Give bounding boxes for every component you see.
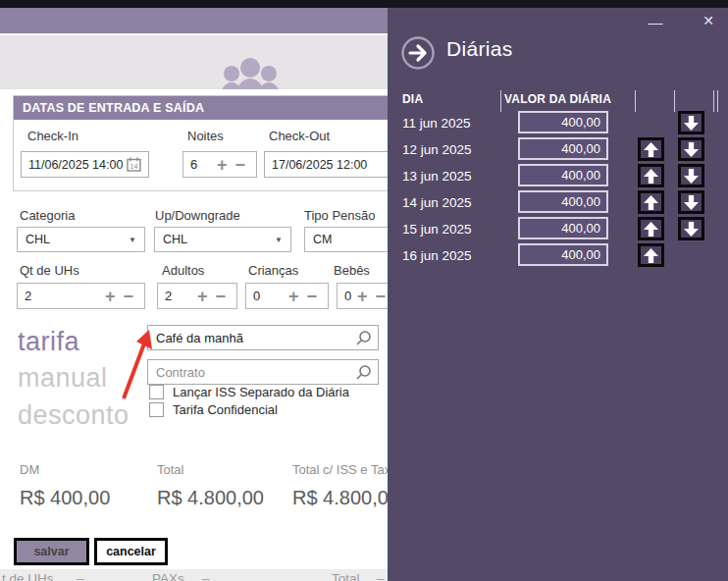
copy-up-button[interactable]: [638, 137, 664, 161]
noites-label: Noites: [187, 129, 224, 143]
copy-up-button[interactable]: [638, 190, 664, 214]
arrow-down-icon: [684, 169, 699, 184]
taskbar-strip: [0, 0, 728, 8]
arrow-up-icon: [644, 248, 658, 263]
search-icon[interactable]: [355, 330, 372, 346]
row-date: 11 jun 2025: [402, 116, 471, 131]
app-window: DATAS DE ENTRADA E SAÍDA Check-In Noites…: [0, 0, 728, 581]
dates-card-title: DATAS DE ENTRADA E SAÍDA: [14, 96, 390, 120]
diarias-panel: — ✕ Diárias DIA VALOR DA DIÁRIA 11 jun 2…: [388, 8, 728, 581]
table-row: 14 jun 2025: [388, 189, 728, 216]
tarifa-search-input[interactable]: [156, 331, 355, 345]
row-date: 13 jun 2025: [402, 169, 472, 184]
minus-icon[interactable]: −: [302, 288, 321, 305]
column-divider: [635, 90, 636, 112]
table-row: 11 jun 2025: [388, 110, 728, 136]
plus-icon[interactable]: +: [285, 288, 303, 305]
categoria-dropdown[interactable]: CHL ▼: [17, 227, 145, 252]
updowngrade-label: Up/Downgrade: [155, 208, 240, 223]
summary-footer: t de UHs – PAXs – Total –: [0, 569, 412, 581]
checkout-input[interactable]: 17/06/2025 12:00: [264, 151, 392, 178]
row-date: 16 jun 2025: [402, 248, 472, 263]
row-date: 12 jun 2025: [402, 142, 472, 157]
tipo-pensao-dropdown[interactable]: CM: [304, 227, 397, 252]
daily-rate-input[interactable]: [518, 111, 608, 133]
confidencial-checkbox-row[interactable]: Tarifa Confidencial: [149, 402, 278, 417]
copy-down-button[interactable]: [678, 217, 704, 240]
tarifa-search-field[interactable]: [147, 325, 379, 350]
table-row: 16 jun 2025: [388, 242, 728, 269]
copy-down-button[interactable]: [678, 190, 704, 214]
checkbox-unchecked-icon[interactable]: [149, 402, 164, 417]
checkout-label: Check-Out: [269, 129, 330, 143]
tariff-mode-tarifa[interactable]: tarifa: [18, 327, 79, 357]
categoria-label: Categoria: [20, 208, 75, 223]
minus-icon[interactable]: −: [119, 288, 137, 305]
bebes-label: Bebês: [334, 263, 370, 278]
daily-rate-input[interactable]: [518, 217, 608, 239]
noites-stepper[interactable]: 6 + −: [182, 151, 257, 178]
plus-icon[interactable]: +: [353, 288, 372, 305]
calendar-icon[interactable]: 14: [127, 157, 141, 172]
plus-icon[interactable]: +: [101, 288, 120, 305]
copy-down-button[interactable]: [678, 137, 704, 161]
daily-rate-input[interactable]: [518, 164, 608, 186]
criancas-label: Crianças: [248, 263, 298, 278]
tariff-mode-desconto[interactable]: desconto: [18, 400, 130, 431]
copy-up-button[interactable]: [638, 243, 664, 267]
arrow-up-icon: [644, 169, 658, 184]
updowngrade-dropdown[interactable]: CHL ▼: [154, 227, 291, 252]
criancas-stepper[interactable]: 0 + −: [245, 283, 329, 309]
search-icon[interactable]: [355, 364, 372, 381]
footer-dash: –: [377, 571, 385, 581]
iss-checkbox-row[interactable]: Lançar ISS Separado da Diária: [149, 385, 349, 399]
page-subheader-band: [0, 35, 412, 89]
contrato-search-field[interactable]: [147, 359, 379, 385]
row-date: 15 jun 2025: [402, 222, 472, 237]
contrato-search-input[interactable]: [156, 365, 355, 380]
qt-uhs-stepper[interactable]: 2 + −: [17, 283, 145, 309]
copy-up-button[interactable]: [638, 217, 664, 240]
daily-rate-input[interactable]: [518, 137, 608, 160]
arrow-up-icon: [644, 222, 658, 237]
column-divider: [500, 90, 501, 112]
copy-down-button[interactable]: [678, 164, 704, 187]
save-button[interactable]: salvar: [14, 538, 89, 565]
copy-down-button[interactable]: [678, 111, 704, 134]
footer-paxs: PAXs: [152, 571, 184, 581]
minus-icon[interactable]: −: [231, 156, 249, 174]
total-value: R$ 4.800,00: [157, 487, 264, 509]
column-divider: [713, 90, 714, 112]
arrow-down-icon: [684, 195, 699, 210]
copy-up-button[interactable]: [638, 164, 664, 187]
cancel-button[interactable]: cancelar: [94, 538, 168, 565]
daily-rate-input[interactable]: [518, 243, 608, 266]
table-row: 15 jun 2025: [388, 216, 728, 242]
dates-card: DATAS DE ENTRADA E SAÍDA Check-In Noites…: [13, 95, 390, 191]
apply-arrow-button[interactable]: [400, 35, 436, 74]
footer-dash: –: [77, 571, 84, 581]
row-date: 14 jun 2025: [402, 195, 472, 210]
arrow-up-icon: [644, 142, 658, 157]
daily-rate-input[interactable]: [518, 190, 608, 213]
dm-value: R$ 400,00: [20, 487, 110, 509]
arrow-right-icon: [400, 35, 436, 71]
column-divider: [717, 90, 718, 112]
page-header-band: [0, 8, 412, 34]
adultos-stepper[interactable]: 2 + −: [157, 283, 237, 309]
footer-dash: –: [202, 571, 210, 581]
arrow-down-icon: [684, 142, 699, 157]
minus-icon[interactable]: −: [211, 288, 230, 305]
plus-icon[interactable]: +: [213, 156, 232, 174]
iss-checkbox-label: Lançar ISS Separado da Diária: [173, 385, 349, 399]
total-label: Total: [157, 462, 183, 477]
adultos-label: Adultos: [162, 263, 204, 278]
close-icon[interactable]: ✕: [694, 13, 723, 28]
confidencial-checkbox-label: Tarifa Confidencial: [173, 402, 278, 417]
checkin-input[interactable]: 11/06/2025 14:00 14: [21, 151, 149, 178]
svg-text:14: 14: [130, 163, 138, 170]
minimize-button[interactable]: —: [641, 14, 670, 30]
plus-icon[interactable]: +: [193, 288, 212, 305]
arrow-down-icon: [684, 222, 699, 237]
column-header-dia: DIA: [402, 92, 423, 106]
